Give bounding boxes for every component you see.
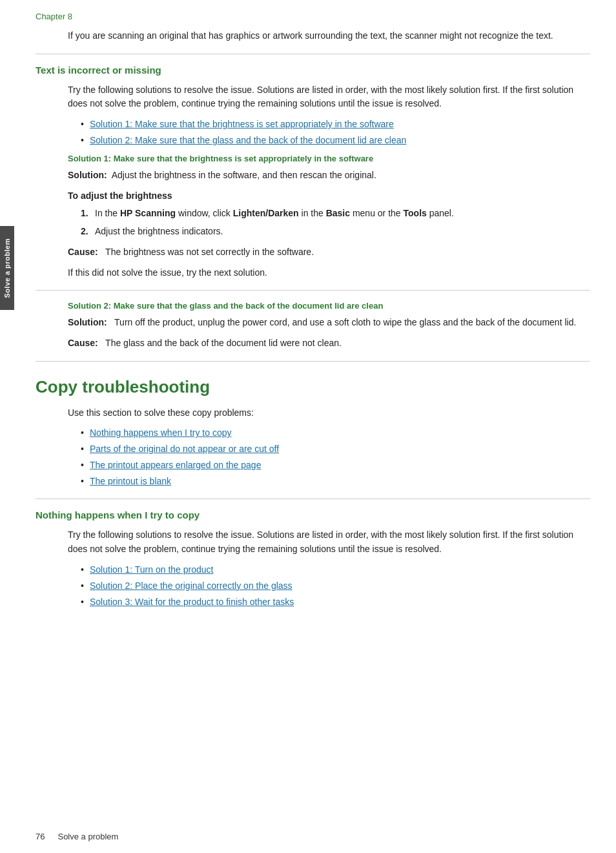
side-tab-label: Solve a problem <box>3 238 11 298</box>
step-2: 2. Adjust the brightness indicators. <box>81 225 590 239</box>
nothing-happens-body: Try the following solutions to resolve t… <box>68 528 590 556</box>
copy-link-2[interactable]: Parts of the original do not appear or a… <box>90 444 279 454</box>
cause1-text: The brightness was not set correctly in … <box>105 247 314 257</box>
nothing-happens-link-1[interactable]: Solution 1: Turn on the product <box>90 564 213 575</box>
divider-2 <box>36 290 590 291</box>
divider-4 <box>36 498 590 499</box>
nothing-happens-heading: Nothing happens when I try to copy <box>36 509 590 520</box>
copy-intro: Use this section to solve these copy pro… <box>68 406 590 420</box>
list-item[interactable]: Nothing happens when I try to copy <box>81 426 590 440</box>
copy-troubleshooting-heading: Copy troubleshooting <box>36 377 590 397</box>
solution2-description: Turn off the product, unplug the power c… <box>114 317 576 327</box>
copy-link-1[interactable]: Nothing happens when I try to copy <box>90 427 231 438</box>
solution2-block: Solution 2: Make sure that the glass and… <box>36 301 590 350</box>
text-incorrect-intro: Try the following solutions to resolve t… <box>68 83 590 111</box>
copy-links-list: Nothing happens when I try to copy Parts… <box>81 426 590 488</box>
solution2-label: Solution: <box>68 317 107 327</box>
copy-link-4[interactable]: The printout is blank <box>90 476 171 486</box>
cause2-text: The glass and the back of the document l… <box>105 338 342 348</box>
nothing-happens-link-2[interactable]: Solution 2: Place the original correctly… <box>90 581 293 591</box>
solution1-link[interactable]: Solution 1: Make sure that the brightnes… <box>90 119 394 129</box>
solution1-steps: 1. In the HP Scanning window, click Ligh… <box>81 207 590 238</box>
list-item[interactable]: Solution 3: Wait for the product to fini… <box>81 595 590 609</box>
solution1-heading: Solution 1: Make sure that the brightnes… <box>68 154 590 163</box>
solution1-text: Solution: Adjust the brightness in the s… <box>68 169 590 183</box>
solution1-description: Adjust the brightness in the software, a… <box>112 170 376 180</box>
list-item[interactable]: The printout is blank <box>81 475 590 488</box>
footer-section-label: Solve a problem <box>57 832 118 841</box>
page-footer: 76 Solve a problem <box>36 832 590 841</box>
list-item[interactable]: Parts of the original do not appear or a… <box>81 442 590 456</box>
solution1-block: Solution 1: Make sure that the brightnes… <box>36 154 590 280</box>
cause1-para: Cause: The brightness was not set correc… <box>68 245 590 260</box>
divider-1 <box>36 54 590 54</box>
divider-3 <box>36 361 590 362</box>
text-incorrect-heading: Text is incorrect or missing <box>36 65 590 76</box>
solution2-text: Solution: Turn off the product, unplug t… <box>68 316 590 330</box>
list-item[interactable]: The printout appears enlarged on the pag… <box>81 458 590 472</box>
text-incorrect-links: Solution 1: Make sure that the brightnes… <box>81 118 590 147</box>
copy-link-3[interactable]: The printout appears enlarged on the pag… <box>90 460 261 470</box>
solution2-link[interactable]: Solution 2: Make sure that the glass and… <box>90 135 406 145</box>
list-item[interactable]: Solution 1: Turn on the product <box>81 563 590 577</box>
procedure-heading: To adjust the brightness <box>68 190 172 201</box>
tools-bold: Tools <box>404 208 427 218</box>
list-item[interactable]: Solution 1: Make sure that the brightnes… <box>81 118 590 131</box>
nothing-happens-links: Solution 1: Turn on the product Solution… <box>81 563 590 609</box>
cause2-para: Cause: The glass and the back of the doc… <box>68 336 590 351</box>
next-solution-text: If this did not solve the issue, try the… <box>68 266 590 280</box>
cause1-label: Cause: <box>68 247 98 257</box>
nothing-happens-link-3[interactable]: Solution 3: Wait for the product to fini… <box>90 597 294 607</box>
solution2-heading: Solution 2: Make sure that the glass and… <box>68 301 590 311</box>
intro-paragraph: If you are scanning an original that has… <box>68 29 590 43</box>
section-text-incorrect: Text is incorrect or missing Try the fol… <box>36 65 590 351</box>
nothing-happens-subsection: Nothing happens when I try to copy Try t… <box>36 509 590 608</box>
footer-page-number: 76 <box>36 832 45 841</box>
hp-scanning-bold: HP Scanning <box>120 208 176 218</box>
copy-troubleshooting-section: Copy troubleshooting Use this section to… <box>36 377 590 609</box>
main-content: Chapter 8 If you are scanning an origina… <box>36 0 590 609</box>
chapter-label: Chapter 8 <box>36 12 590 21</box>
list-item[interactable]: Solution 2: Make sure that the glass and… <box>81 134 590 147</box>
cause2-label: Cause: <box>68 338 98 348</box>
page-container: Solve a problem Chapter 8 If you are sca… <box>0 0 616 853</box>
solution1-label: Solution: <box>68 170 107 180</box>
side-tab: Solve a problem <box>0 226 14 310</box>
lighten-darken-bold: Lighten/Darken <box>233 208 299 218</box>
list-item[interactable]: Solution 2: Place the original correctly… <box>81 579 590 593</box>
basic-bold: Basic <box>326 208 350 218</box>
step-1: 1. In the HP Scanning window, click Ligh… <box>81 207 590 221</box>
step-2-text: Adjust the brightness indicators. <box>95 226 223 236</box>
